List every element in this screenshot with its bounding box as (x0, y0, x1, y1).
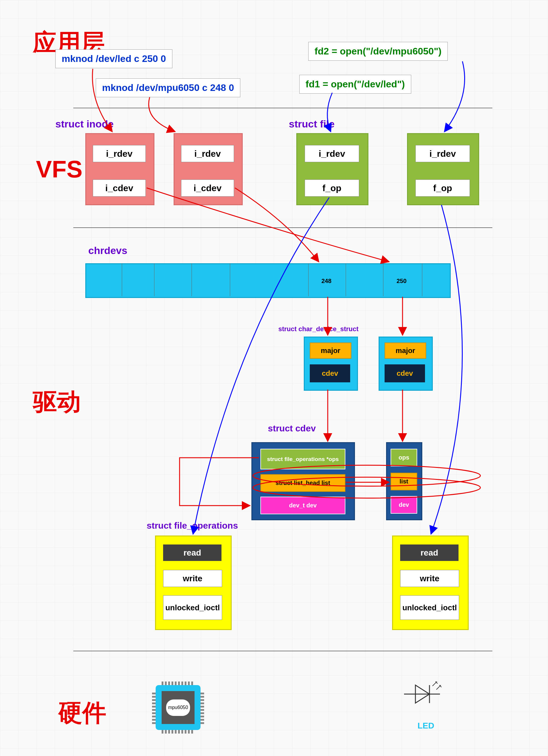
vfs-title: VFS (36, 156, 83, 183)
cdev2-ops: ops (391, 449, 417, 466)
chip-pins-bottom (162, 730, 194, 734)
array-div-2 (154, 263, 154, 296)
file1-fop: f_op (305, 180, 359, 197)
cdev1-ops: struct file_operations *ops (260, 449, 346, 469)
hw-title: 硬件 (58, 697, 106, 729)
inode1-irdev: i_rdev (93, 145, 146, 162)
mpu-chip-inner: mpu6050 (162, 691, 194, 724)
fops1-read: read (163, 544, 221, 561)
file2-fop: f_op (415, 180, 470, 197)
array-div-3 (191, 263, 192, 296)
array-div-5 (308, 263, 309, 296)
fops-label: struct file_operations (147, 521, 238, 531)
file1-irdev: i_rdev (305, 145, 359, 162)
inode2-irdev: i_rdev (181, 145, 234, 162)
inode1-icdev: i_cdev (93, 180, 146, 197)
inode-label: struct inode (55, 118, 114, 130)
cds1-major: major (310, 343, 351, 359)
cell-248: 248 (322, 278, 331, 285)
arrows-layer (0, 0, 548, 756)
cdev2-dev: dev (391, 496, 417, 514)
cds2-cdev: cdev (385, 364, 425, 382)
mpu-chip-label: mpu6050 (166, 699, 190, 716)
open-mpu-cmd: fd2 = open("/dev/mpu6050") (308, 42, 448, 61)
cdev1-list: struct list_head list (260, 474, 346, 492)
cds-label: struct char_device_struct (279, 325, 359, 333)
array-div-4 (230, 263, 230, 296)
open-led-cmd: fd1 = open("/dev/led") (299, 75, 411, 94)
cdev2-list: list (391, 473, 417, 490)
array-div-8 (422, 263, 422, 296)
fops1-ioctl: unlocked_ioctl (163, 595, 222, 620)
chrdevs-array (85, 263, 451, 298)
fops2-ioctl: unlocked_ioctl (400, 595, 459, 620)
array-div-1 (122, 263, 122, 296)
mknod-mpu-cmd: mknod /dev/mpu6050 c 248 0 (96, 78, 240, 97)
chrdevs-label: chrdevs (88, 245, 127, 256)
file-label: struct file (289, 118, 335, 130)
chip-pins-left (152, 691, 156, 724)
driver-title: 驱动 (33, 386, 81, 418)
fops2-write: write (400, 570, 459, 587)
inode2-icdev: i_cdev (181, 180, 234, 197)
fops2-read: read (400, 544, 459, 561)
divider-2 (73, 227, 492, 228)
led-label: LED (418, 721, 434, 731)
cds2-major: major (385, 343, 426, 359)
array-div-6 (346, 263, 346, 296)
chip-pins-right (200, 691, 204, 724)
cds1-cdev: cdev (310, 364, 350, 382)
divider-3 (73, 651, 492, 651)
cell-250: 250 (397, 278, 407, 285)
fops1-write: write (163, 570, 222, 587)
cdev-label: struct cdev (268, 423, 316, 433)
file2-irdev: i_rdev (415, 145, 470, 162)
cdev1-dev: dev_t dev (260, 497, 346, 514)
mknod-led-cmd: mknod /dev/led c 250 0 (55, 49, 172, 68)
divider-1 (73, 108, 492, 108)
chip-pins-top (162, 682, 194, 685)
